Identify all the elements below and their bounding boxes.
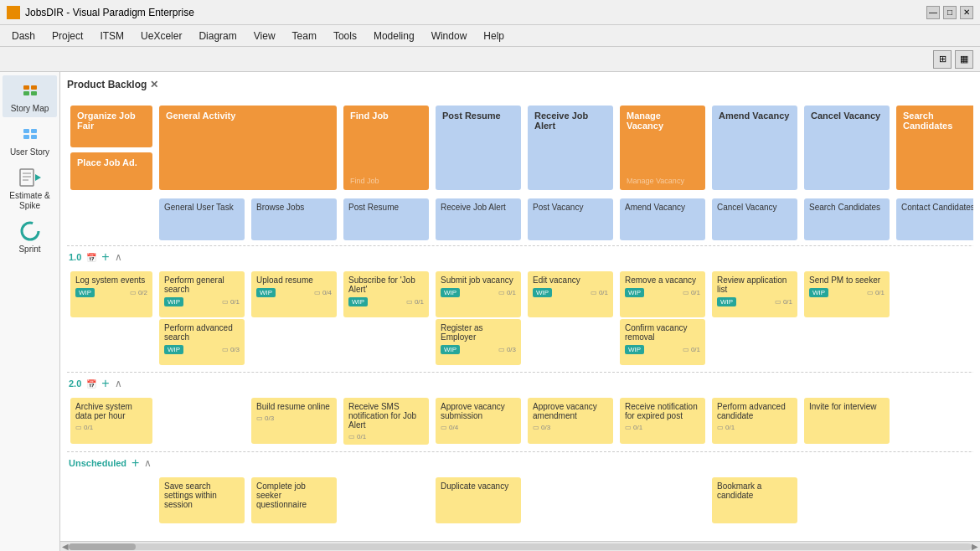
- content-area: Product Backlog ✕ Organize Job Fair Plac…: [60, 72, 980, 551]
- sprint2-add-btn[interactable]: +: [101, 376, 109, 391]
- menu-view[interactable]: View: [245, 28, 284, 44]
- sprint1-number: 1.0: [69, 252, 81, 262]
- story-post-vacancy[interactable]: Post Vacancy: [528, 198, 613, 240]
- task-upload-resume[interactable]: Upload resume WIP ▭ 0/4: [251, 271, 337, 317]
- sidebar-item-sprint[interactable]: Sprint: [3, 216, 57, 258]
- task-submit-job-vacancy[interactable]: Submit job vacancy WIP ▭ 0/1: [436, 271, 521, 317]
- sidebar-label-user-story: User Story: [10, 147, 49, 157]
- menu-window[interactable]: Window: [423, 28, 476, 44]
- task-badge: WIP: [625, 345, 644, 354]
- story-contact-candidates[interactable]: Contact Candidates: [896, 198, 973, 240]
- task-invite-for-interview[interactable]: Invite for interview: [804, 398, 890, 444]
- menu-project[interactable]: Project: [44, 28, 91, 44]
- sprint2-toggle[interactable]: ∧: [115, 378, 122, 389]
- task-perform-advanced-search[interactable]: Perform advanced search WIP ▭ 0/3: [159, 319, 245, 365]
- sprint1-toggle[interactable]: ∧: [115, 251, 122, 263]
- menu-help[interactable]: Help: [475, 28, 513, 44]
- epic-find-job[interactable]: Find Job Find Job: [343, 106, 429, 190]
- task-approve-vacancy-amendment[interactable]: Approve vacancy amendment ▭ 0/3: [528, 398, 613, 444]
- task-badge: WIP: [625, 288, 644, 297]
- toolbar-btn-2[interactable]: ▦: [955, 50, 973, 69]
- task-send-pm-to-seeker[interactable]: Send PM to seeker WIP ▭ 0/1: [804, 271, 890, 317]
- task-edit-vacancy[interactable]: Edit vacancy WIP ▭ 0/1: [528, 271, 613, 317]
- unscheduled-toggle[interactable]: ∧: [144, 457, 152, 469]
- task-approve-vacancy-submission[interactable]: Approve vacancy submission ▭ 0/4: [436, 398, 521, 444]
- task-bookmark-candidate[interactable]: Bookmark a candidate: [712, 477, 797, 523]
- task-receive-notification-expired-post[interactable]: Receive notification for expired post ▭ …: [620, 398, 705, 444]
- epic-general-activity[interactable]: General Activity: [159, 106, 337, 190]
- toolbar-btn-1[interactable]: ⊞: [933, 50, 952, 69]
- menu-tools[interactable]: Tools: [325, 28, 365, 44]
- story-search-candidates[interactable]: Search Candidates: [804, 198, 890, 240]
- sprint1-calendar-icon: 📅: [86, 253, 96, 262]
- menu-modeling[interactable]: Modeling: [365, 28, 423, 44]
- task-duplicate-vacancy[interactable]: Duplicate vacancy: [436, 477, 521, 523]
- task-count: ▭ 0/1: [775, 298, 792, 306]
- sprint1-add-btn[interactable]: +: [101, 250, 109, 265]
- task-subscribe-job-alert[interactable]: Subscribe for 'Job Alert' WIP ▭ 0/1: [343, 271, 429, 317]
- backlog-close-btn[interactable]: ✕: [150, 79, 158, 90]
- sidebar-label-sprint: Sprint: [18, 245, 40, 255]
- story-general-user-task[interactable]: General User Task: [159, 198, 245, 240]
- svg-point-5: [22, 223, 39, 239]
- sidebar-item-estimate[interactable]: Estimate & Spike: [3, 162, 57, 214]
- task-log-system-events[interactable]: Log system events WIP ▭ 0/2: [70, 271, 152, 317]
- epic-search-candidates[interactable]: Search Candidates: [896, 106, 973, 190]
- task-badge: WIP: [164, 345, 183, 354]
- task-review-application-list[interactable]: Review application list WIP ▭ 0/1: [712, 271, 797, 317]
- task-count: ▭ 0/1: [75, 424, 93, 431]
- epic-receive-job-alert[interactable]: Receive Job Alert: [528, 106, 613, 190]
- horizontal-scrollbar[interactable]: ◀ ▶: [60, 541, 980, 551]
- user-story-icon: [17, 122, 44, 146]
- task-count: ▭ 0/4: [441, 424, 458, 431]
- task-complete-job-seeker-questionnaire[interactable]: Complete job seeker questionnaire: [251, 477, 337, 523]
- maximize-button[interactable]: □: [943, 6, 957, 19]
- task-badge: WIP: [441, 345, 460, 354]
- sprint2-number: 2.0: [69, 378, 81, 389]
- menu-diagram[interactable]: Diagram: [190, 28, 245, 44]
- scroll-thumb[interactable]: [69, 543, 136, 550]
- task-count: ▭ 0/1: [867, 289, 885, 296]
- epic-cancel-vacancy[interactable]: Cancel Vacancy: [804, 106, 890, 190]
- task-perform-general-search[interactable]: Perform general search WIP ▭ 0/1: [159, 271, 245, 317]
- task-archive-system-data[interactable]: Archive system data per hour ▭ 0/1: [70, 398, 152, 444]
- story-amend-vacancy[interactable]: Amend Vacancy: [620, 198, 705, 240]
- epic-amend-vacancy[interactable]: Amend Vacancy: [712, 106, 797, 190]
- scroll-left-btn[interactable]: ◀: [62, 542, 69, 551]
- task-badge: WIP: [533, 288, 552, 297]
- task-count: ▭ 0/1: [222, 298, 240, 306]
- epic-organize-job-fair[interactable]: Organize Job Fair: [70, 106, 152, 147]
- story-receive-job-alert[interactable]: Receive Job Alert: [436, 198, 521, 240]
- task-remove-vacancy[interactable]: Remove a vacancy WIP ▭ 0/1: [620, 271, 705, 317]
- epic-place-job-ad[interactable]: Place Job Ad.: [70, 152, 152, 190]
- scroll-track[interactable]: [69, 543, 972, 550]
- menu-itsm[interactable]: ITSM: [91, 28, 132, 44]
- sidebar-item-user-story[interactable]: User Story: [3, 119, 57, 161]
- story-cancel-vacancy[interactable]: Cancel Vacancy: [712, 198, 797, 240]
- menu-dash[interactable]: Dash: [3, 28, 44, 44]
- unscheduled-add-btn[interactable]: +: [132, 456, 139, 471]
- close-button[interactable]: ✕: [960, 6, 973, 19]
- task-register-as-employer[interactable]: Register as Employer WIP ▭ 0/3: [436, 319, 521, 365]
- story-post-resume[interactable]: Post Resume: [343, 198, 429, 240]
- task-count: ▭ 0/4: [314, 289, 332, 296]
- sidebar-item-story-map[interactable]: Story Map: [3, 75, 57, 117]
- app-title: JobsDIR - Visual Paradigm Enterprise: [25, 7, 194, 18]
- epic-manage-vacancy[interactable]: Manage Vacancy Manage Vacancy: [620, 106, 705, 190]
- window-controls[interactable]: — □ ✕: [926, 6, 973, 19]
- task-save-search-settings[interactable]: Save search settings within session: [159, 477, 245, 523]
- task-count: ▭ 0/1: [591, 289, 608, 296]
- task-receive-sms-notification[interactable]: Receive SMS notification for Job Alert ▭…: [343, 398, 429, 445]
- menu-team[interactable]: Team: [284, 28, 325, 44]
- task-build-resume-online[interactable]: Build resume online ▭ 0/3: [251, 398, 337, 444]
- task-perform-advanced-candidate[interactable]: Perform advanced candidate ▭ 0/1: [712, 398, 797, 444]
- title-bar: JobsDIR - Visual Paradigm Enterprise — □…: [0, 0, 980, 25]
- task-badge: WIP: [809, 288, 828, 297]
- menu-uexceler[interactable]: UeXceler: [132, 28, 190, 44]
- minimize-button[interactable]: —: [926, 6, 940, 19]
- story-browse-jobs[interactable]: Browse Jobs: [251, 198, 337, 240]
- task-count: ▭ 0/2: [130, 289, 147, 296]
- task-confirm-vacancy-removal[interactable]: Confirm vacancy removal WIP ▭ 0/1: [620, 319, 705, 365]
- scroll-right-btn[interactable]: ▶: [972, 542, 978, 551]
- epic-post-resume[interactable]: Post Resume: [436, 106, 521, 190]
